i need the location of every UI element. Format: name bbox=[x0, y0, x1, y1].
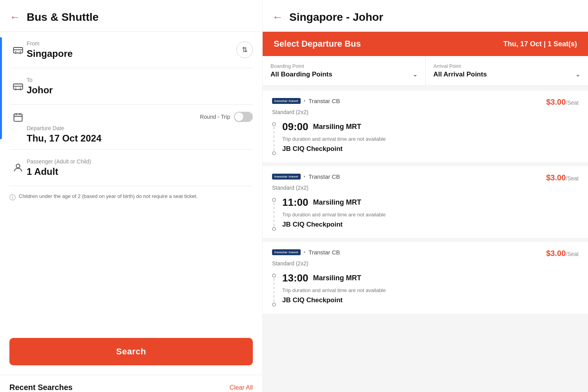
to-row[interactable]: To Johor bbox=[9, 68, 253, 105]
departure-time-row: 11:00 Marsiling MRT bbox=[282, 196, 579, 209]
bus-card-header: transtar travel • Transtar CB $3.00/Seat bbox=[272, 173, 579, 182]
bus-card-header: transtar travel • Transtar CB $3.00/Seat bbox=[272, 249, 579, 258]
departure-time-row: 09:00 Marsiling MRT bbox=[282, 121, 579, 133]
operator-name: Transtar CB bbox=[309, 173, 340, 180]
arrival-stop: JB CIQ Checkpoint bbox=[282, 221, 579, 229]
departure-stop: Marsiling MRT bbox=[313, 274, 361, 282]
departure-time-row: 13:00 Marsiling MRT bbox=[282, 272, 579, 284]
clear-all-button[interactable]: Clear All bbox=[229, 384, 253, 391]
left-panel: ← Bus & Shuttle From Singapore ⇅ bbox=[0, 0, 263, 392]
arrival-point-filter[interactable]: Arrival Point All Arrival Points ⌄ bbox=[426, 56, 588, 85]
route-row: 09:00 Marsiling MRT Trip duration and ar… bbox=[272, 121, 579, 155]
arrival-point-label: Arrival Point bbox=[434, 63, 581, 69]
filter-row: Boarding Point All Boarding Points ⌄ Arr… bbox=[263, 56, 588, 86]
to-content: To Johor bbox=[27, 77, 253, 96]
date-content: Round - Trip Departure Date Thu, 17 Oct … bbox=[27, 112, 253, 144]
departure-date-row[interactable]: Round - Trip Departure Date Thu, 17 Oct … bbox=[9, 105, 253, 150]
info-text: ⓘ Children under the age of 2 (based on … bbox=[9, 186, 253, 209]
passenger-value: 1 Adult bbox=[27, 166, 253, 177]
left-back-button[interactable]: ← bbox=[9, 11, 20, 24]
seat-type: Standard (2x2) bbox=[272, 260, 579, 267]
to-value: Johor bbox=[27, 85, 253, 96]
from-content: From Singapore bbox=[27, 40, 253, 59]
timeline-line bbox=[274, 203, 274, 226]
passenger-icon bbox=[9, 162, 27, 173]
operator-row: transtar travel • Transtar CB bbox=[272, 173, 340, 180]
from-row[interactable]: From Singapore ⇅ bbox=[9, 32, 253, 68]
banner-date-seats: Thu, 17 Oct | 1 Seat(s) bbox=[503, 40, 577, 48]
svg-point-5 bbox=[20, 87, 21, 89]
bus-card[interactable]: transtar travel • Transtar CB $3.00/Seat… bbox=[263, 91, 588, 162]
passenger-content: Passenger (Adult or Child) 1 Adult bbox=[27, 158, 253, 177]
arrival-stop: JB CIQ Checkpoint bbox=[282, 145, 579, 153]
boarding-point-filter[interactable]: Boarding Point All Boarding Points ⌄ bbox=[263, 56, 426, 85]
operator-logo: transtar travel bbox=[272, 174, 301, 180]
route-info: 09:00 Marsiling MRT Trip duration and ar… bbox=[282, 121, 579, 153]
timeline-dot-bottom bbox=[272, 303, 276, 307]
operator-row: transtar travel • Transtar CB bbox=[272, 98, 340, 104]
info-message: Children under the age of 2 (based on ye… bbox=[19, 192, 198, 200]
price: $3.00/Seat bbox=[546, 173, 579, 182]
svg-point-1 bbox=[15, 51, 16, 52]
price-value: $3.00 bbox=[546, 173, 566, 182]
departure-time: 09:00 bbox=[282, 121, 309, 133]
duration-text: Trip duration and arrival time are not a… bbox=[282, 287, 579, 293]
operator-dot: • bbox=[304, 174, 305, 180]
passenger-row[interactable]: Passenger (Adult or Child) 1 Adult bbox=[9, 150, 253, 186]
route-info: 11:00 Marsiling MRT Trip duration and ar… bbox=[282, 196, 579, 229]
duration-text: Trip duration and arrival time are not a… bbox=[282, 136, 579, 142]
duration-text: Trip duration and arrival time are not a… bbox=[282, 212, 579, 218]
operator-name: Transtar CB bbox=[309, 98, 340, 104]
departure-stop: Marsiling MRT bbox=[313, 198, 361, 207]
timeline-dot-top bbox=[272, 122, 276, 126]
swap-button[interactable]: ⇅ bbox=[236, 42, 253, 58]
timeline-line bbox=[274, 278, 274, 302]
info-icon: ⓘ bbox=[9, 193, 16, 202]
search-form: From Singapore ⇅ To Johor bbox=[0, 32, 262, 332]
bus-card[interactable]: transtar travel • Transtar CB $3.00/Seat… bbox=[263, 166, 588, 238]
departure-time: 11:00 bbox=[282, 196, 309, 209]
boarding-chevron-icon: ⌄ bbox=[413, 71, 417, 78]
right-panel: ← Singapore - Johor Select Departure Bus… bbox=[263, 0, 588, 392]
left-header: ← Bus & Shuttle bbox=[0, 0, 262, 32]
operator-name: Transtar CB bbox=[309, 249, 340, 256]
arrival-point-value: All Arrival Points ⌄ bbox=[434, 71, 581, 78]
bus-to-icon bbox=[9, 81, 27, 92]
operator-logo: transtar travel bbox=[272, 98, 301, 104]
passenger-label: Passenger (Adult or Child) bbox=[27, 158, 253, 165]
route-row: 13:00 Marsiling MRT Trip duration and ar… bbox=[272, 272, 579, 307]
route-timeline bbox=[272, 272, 276, 307]
timeline-line bbox=[274, 127, 274, 151]
price-unit: /Seat bbox=[566, 175, 579, 181]
to-label: To bbox=[27, 77, 253, 83]
from-value: Singapore bbox=[27, 48, 253, 59]
operator-dot: • bbox=[304, 250, 305, 255]
route-timeline bbox=[272, 196, 276, 231]
timeline-dot-bottom bbox=[272, 151, 276, 155]
route-row: 11:00 Marsiling MRT Trip duration and ar… bbox=[272, 196, 579, 231]
departure-banner: Select Departure Bus Thu, 17 Oct | 1 Sea… bbox=[263, 32, 588, 56]
boarding-point-label: Boarding Point bbox=[270, 63, 417, 69]
departure-time: 13:00 bbox=[282, 272, 309, 284]
departure-date-label: Departure Date bbox=[27, 125, 253, 131]
boarding-point-value: All Boarding Points ⌄ bbox=[270, 71, 417, 78]
operator-dot: • bbox=[304, 98, 305, 104]
departure-stop: Marsiling MRT bbox=[313, 123, 361, 131]
round-trip-toggle[interactable] bbox=[234, 112, 253, 122]
right-back-button[interactable]: ← bbox=[272, 11, 283, 24]
route-timeline bbox=[272, 121, 276, 155]
bus-card[interactable]: transtar travel • Transtar CB $3.00/Seat… bbox=[263, 242, 588, 314]
recent-searches-header: Recent Searches Clear All bbox=[0, 375, 262, 392]
recent-searches-title: Recent Searches bbox=[9, 383, 73, 392]
banner-title: Select Departure Bus bbox=[274, 39, 361, 49]
svg-point-2 bbox=[20, 51, 21, 52]
departure-date-value: Thu, 17 Oct 2024 bbox=[27, 133, 253, 144]
right-page-title: Singapore - Johor bbox=[289, 11, 383, 24]
operator-row: transtar travel • Transtar CB bbox=[272, 249, 340, 256]
svg-rect-3 bbox=[13, 84, 22, 89]
search-button[interactable]: Search bbox=[9, 338, 253, 365]
route-info: 13:00 Marsiling MRT Trip duration and ar… bbox=[282, 272, 579, 304]
svg-rect-0 bbox=[13, 47, 22, 53]
price-value: $3.00 bbox=[546, 98, 566, 106]
calendar-icon bbox=[9, 112, 27, 123]
